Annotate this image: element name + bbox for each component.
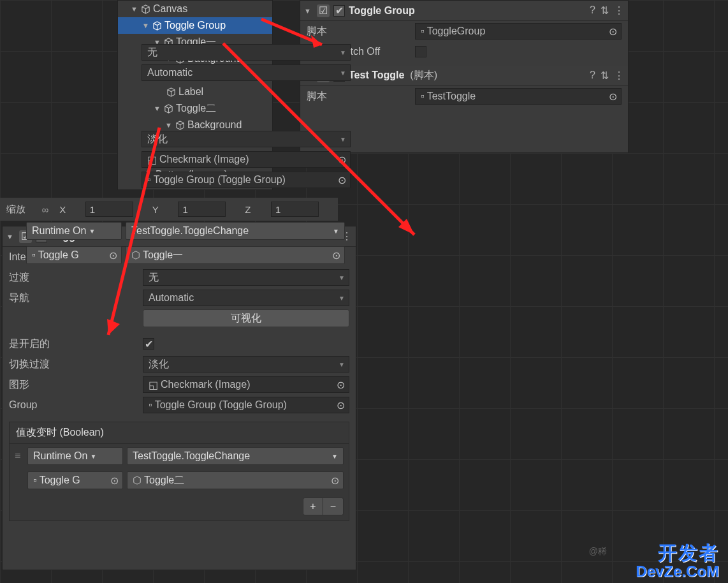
is-on-checkbox[interactable]: ✔	[143, 338, 154, 350]
field-value: 无	[149, 271, 159, 284]
object-picker-icon[interactable]: ⊙	[338, 154, 346, 166]
axis-x-label: X	[59, 204, 85, 215]
hierarchy-item-toggle2[interactable]: ▼ Toggle二	[118, 100, 272, 117]
event-target-field[interactable]: ▫ Toggle G⊙	[26, 246, 122, 264]
dropdown-icon: ▼	[339, 274, 345, 281]
foldout-icon[interactable]: ▼	[154, 105, 163, 112]
transition-dropdown[interactable]: 无▼	[143, 269, 349, 286]
property-row-script: 脚本 ▫ ToggleGroup⊙	[300, 21, 628, 41]
toggle-transition-dropdown[interactable]: 淡化▼	[142, 131, 351, 147]
runtime-dropdown[interactable]: Runtime On▼	[27, 447, 123, 465]
field-value: Toggle G	[40, 475, 80, 486]
toggle-transition-dropdown[interactable]: 淡化▼	[143, 356, 349, 373]
navigation-dropdown[interactable]: Automatic▼	[143, 290, 349, 306]
event-row: ≡ Runtime On▼ TestToggle.ToggleChange▼	[8, 219, 350, 243]
event-param-field[interactable]: Toggle二⊙	[127, 471, 344, 489]
foldout-icon[interactable]: ▼	[142, 22, 151, 29]
property-row-group: Group ▫ Toggle Group (Toggle Group)⊙	[3, 395, 356, 415]
dropdown-icon: ▼	[339, 295, 345, 302]
gameobject-icon	[165, 87, 177, 97]
component-title: Toggle Group	[349, 5, 586, 17]
foldout-icon[interactable]: ▼	[131, 5, 140, 13]
runtime-dropdown[interactable]: Runtime On▼	[26, 222, 122, 240]
field-value: Toggle一	[143, 249, 183, 262]
object-picker-icon[interactable]: ⊙	[609, 26, 617, 38]
remove-event-button[interactable]: −	[323, 498, 344, 515]
method-dropdown[interactable]: TestToggle.ToggleChange▼	[126, 222, 345, 240]
menu-icon[interactable]: ⋮	[614, 4, 624, 17]
dropdown-icon: ▼	[331, 453, 338, 460]
logo-line2: DevZe.CoM	[636, 563, 719, 580]
add-event-button[interactable]: +	[303, 498, 323, 515]
event-row: ▫ Toggle G⊙ Toggle一⊙	[8, 243, 350, 267]
field-value: 淡化	[149, 358, 169, 371]
component-header-togglegroup[interactable]: ▼ ☑ ✔ Toggle Group ? ⇅ ⋮	[300, 1, 628, 21]
group-field[interactable]: ▫ Toggle Group (Toggle Group)⊙	[142, 172, 351, 188]
field-value: 无	[147, 46, 157, 59]
event-footer: + −	[10, 492, 349, 520]
visualize-button[interactable]: 可视化	[143, 309, 349, 327]
scale-x-input[interactable]: 1	[85, 202, 133, 217]
field-value: TestToggle.ToggleChange	[131, 225, 249, 237]
field-value: Runtime On	[32, 225, 86, 237]
foldout-icon[interactable]: ▼	[304, 7, 313, 15]
menu-icon[interactable]: ⋮	[614, 70, 624, 82]
drag-handle-icon[interactable]: ≡	[15, 450, 24, 462]
component-icon: ☑	[317, 4, 330, 17]
foldout-icon[interactable]: ▼	[6, 233, 15, 240]
unity-event-box: 值改变时 (Boolean) ≡ Runtime On▼ TestToggle.…	[9, 422, 349, 521]
property-label: 图形	[9, 378, 143, 392]
object-picker-icon[interactable]: ⊙	[609, 91, 617, 103]
gameobject-icon	[140, 4, 151, 14]
hierarchy-item-togglegroup[interactable]: ▼ Toggle Group	[118, 17, 272, 34]
graphic-field[interactable]: ◱ Checkmark (Image)⊙	[142, 151, 351, 168]
field-value: 淡化	[147, 133, 168, 146]
scale-y-input[interactable]: 1	[178, 202, 226, 217]
hierarchy-label: Toggle Group	[164, 20, 226, 31]
gameobject-icon	[163, 104, 174, 114]
event-header: 值改变时 (Boolean)	[10, 422, 349, 444]
object-picker-icon[interactable]: ⊙	[110, 475, 119, 487]
foldout-icon[interactable]: ▼	[165, 121, 174, 129]
object-picker-icon[interactable]: ⊙	[338, 174, 346, 186]
button-label: 可视化	[231, 312, 261, 325]
method-dropdown[interactable]: TestToggle.ToggleChange▼	[127, 447, 344, 465]
object-picker-icon[interactable]: ⊙	[337, 399, 345, 411]
enable-checkbox[interactable]: ✔	[333, 5, 345, 17]
scale-z-input[interactable]: 1	[271, 202, 319, 217]
gameobject-icon	[151, 21, 163, 31]
scale-label: 缩放	[6, 203, 41, 216]
event-param-field[interactable]: Toggle一⊙	[126, 246, 345, 264]
script-field[interactable]: ▫ ToggleGroup⊙	[415, 23, 622, 40]
transition-dropdown[interactable]: 无▼	[142, 44, 351, 61]
link-icon[interactable]: ∞	[41, 204, 59, 215]
hierarchy-label: Canvas	[153, 3, 187, 15]
navigation-dropdown[interactable]: Automatic▼	[142, 64, 351, 81]
field-value: Checkmark (Image)	[159, 154, 249, 165]
property-label: 脚本	[307, 90, 415, 103]
script-field[interactable]: ▫ TestToggle⊙	[415, 88, 622, 105]
axis-y-label: Y	[152, 204, 178, 215]
object-picker-icon[interactable]: ⊙	[331, 475, 339, 487]
axis-z-label: Z	[245, 204, 271, 215]
field-value: Checkmark (Image)	[161, 379, 250, 390]
hierarchy-item-label[interactable]: Label	[118, 84, 272, 100]
event-row: ▫ Toggle G⊙ Toggle二⊙	[10, 468, 349, 492]
field-value: Toggle Group (Toggle Group)	[154, 174, 286, 186]
preset-icon[interactable]: ⇅	[601, 4, 609, 17]
field-value: Toggle Group (Toggle Group)	[155, 399, 287, 411]
help-icon[interactable]: ?	[590, 4, 595, 17]
help-icon[interactable]: ?	[590, 70, 595, 82]
object-picker-icon[interactable]: ⊙	[109, 249, 117, 262]
site-logo: 开发者 DevZe.CoM	[636, 540, 719, 580]
event-target-field[interactable]: ▫ Toggle G⊙	[27, 471, 123, 489]
allow-switch-off-checkbox[interactable]	[415, 46, 426, 57]
object-picker-icon[interactable]: ⊙	[337, 379, 345, 391]
preset-icon[interactable]: ⇅	[601, 70, 609, 82]
property-label: Group	[9, 399, 143, 411]
hierarchy-item-canvas[interactable]: ▼ Canvas	[118, 1, 272, 17]
group-field[interactable]: ▫ Toggle Group (Toggle Group)⊙	[143, 397, 349, 413]
graphic-field[interactable]: ◱ Checkmark (Image)⊙	[143, 376, 349, 393]
dropdown-icon: ▼	[340, 136, 346, 143]
object-picker-icon[interactable]: ⊙	[332, 249, 340, 262]
